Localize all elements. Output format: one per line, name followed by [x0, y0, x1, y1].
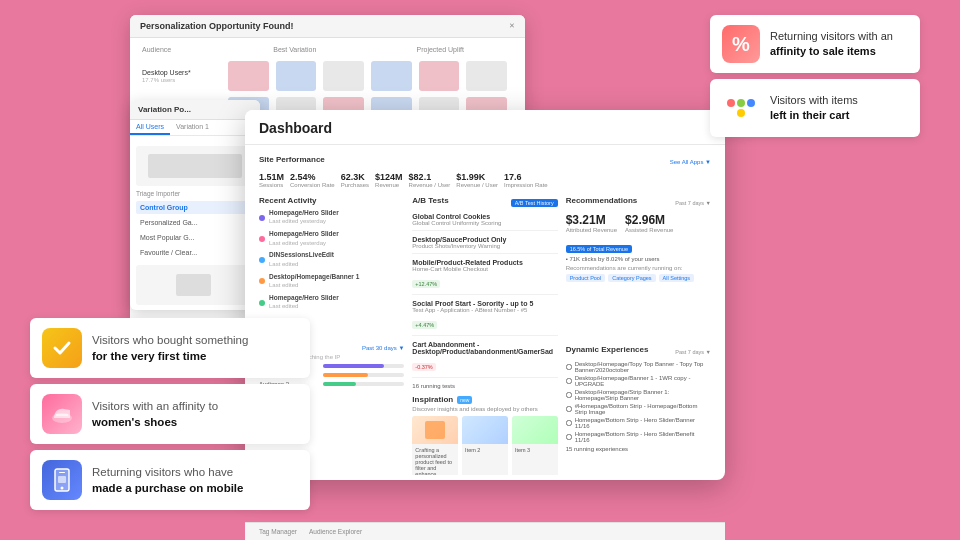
tab-variation1[interactable]: Variation 1 — [170, 120, 215, 135]
exp-item: Desktop/Homepage/Strip Banner 1: Homepag… — [566, 389, 711, 401]
table-row: Desktop Users*17.7% users — [138, 59, 517, 93]
exp-checkbox[interactable] — [566, 434, 572, 440]
col-audience: Audience — [142, 46, 222, 53]
dashboard-title: Dashboard — [259, 120, 711, 136]
activity-dot — [259, 300, 265, 306]
control-group-label: Control Group — [136, 309, 254, 310]
recommendations-section: Recommendations Past 7 days ▼ $3.21M Att… — [566, 196, 711, 337]
bg-panel-close[interactable]: ✕ — [509, 22, 515, 30]
past-30-days[interactable]: Past 30 days ▼ — [362, 345, 404, 351]
inspiration-title: Inspiration — [412, 395, 453, 404]
metric-purchases: 62.3K Purchases — [341, 172, 369, 188]
checkmark-icon — [42, 328, 82, 368]
new-badge: new — [457, 396, 472, 404]
ab-item: Desktop/SauceProduct Only Product Shots/… — [412, 236, 557, 254]
ab-tests-section: A/B Tests A/B Test History Global Contro… — [412, 196, 557, 475]
dyn-running: 15 running experiences — [566, 446, 711, 452]
see-all-apps[interactable]: See All Apps ▼ — [670, 159, 711, 165]
rec-tag[interactable]: All Settings — [659, 274, 695, 282]
dynamic-experiences-section: Dynamic Experiences Past 7 days ▼ Deskto… — [566, 345, 711, 475]
variation-panel: Variation Po... All Users Variation 1 Tr… — [130, 100, 260, 310]
activity-dot — [259, 215, 265, 221]
insp-item: Crafting a personalized product feed to … — [412, 416, 458, 475]
activity-item: Homepage/Hero SliderLast edited yesterda… — [259, 209, 404, 226]
exp-item: Desktop/Homepage/Topy Top Banner - Topy … — [566, 361, 711, 373]
ab-badge: +4.47% — [412, 321, 437, 329]
dots-icon — [722, 89, 760, 127]
svg-rect-3 — [59, 472, 65, 473]
activity-dot — [259, 257, 265, 263]
svg-rect-4 — [58, 476, 66, 483]
footer-nav: Tag Manager Audience Explorer — [245, 522, 725, 540]
cart-items-text: Visitors with items left in their cart — [770, 93, 858, 124]
activity-item: DINSessionsLiveEditLast edited — [259, 251, 404, 268]
rec-metrics: $3.21M Attributed Revenue $2.96M Assiste… — [566, 213, 711, 233]
rec-users: • 71K clicks by 8.02% of your users — [566, 256, 711, 262]
perf-metrics: 1.51M Sessions 2.54% Conversion Rate 62.… — [259, 172, 711, 188]
left-cards-container: Visitors who bought something for the ve… — [30, 318, 310, 510]
rec-tags: Product Pool Category Pages All Settings — [566, 274, 711, 282]
exp-checkbox[interactable] — [566, 378, 572, 384]
metric-impression: 17.6 Impression Rate — [504, 172, 548, 188]
var-item-personalized[interactable]: Personalized Ga... — [136, 216, 254, 229]
site-perf-title: Site Performance — [259, 155, 325, 164]
metric-conversion: 2.54% Conversion Rate — [290, 172, 335, 188]
col-variation: Best Variation — [222, 46, 368, 53]
rec-total-badge: 16.5% of Total Revenue — [566, 245, 632, 253]
mobile-purchase-card[interactable]: Returning visitors who have made a purch… — [30, 450, 310, 510]
inspiration-section: Inspiration new Discover insights and id… — [412, 395, 557, 475]
sale-affinity-card[interactable]: % Returning visitors with an affinity to… — [710, 15, 920, 73]
rec-running: Recommendations are currently running on… — [566, 265, 711, 271]
dynamic-exp-title: Dynamic Experiences — [566, 345, 649, 354]
ab-item: Mobile/Product-Related Products Home-Car… — [412, 259, 557, 295]
col-uplift: Projected Uplift — [368, 46, 514, 53]
variation-preview-2 — [136, 265, 254, 305]
rec-tag[interactable]: Category Pages — [608, 274, 655, 282]
cart-items-card[interactable]: Visitors with items left in their cart — [710, 79, 920, 137]
tab-all-users[interactable]: All Users — [130, 120, 170, 135]
table-header: Audience Best Variation Projected Uplift — [138, 46, 517, 53]
right-cards-container: % Returning visitors with an affinity to… — [710, 15, 920, 137]
first-purchase-card[interactable]: Visitors who bought something for the ve… — [30, 318, 310, 378]
exp-checkbox[interactable] — [566, 364, 572, 370]
var-item-popular[interactable]: Most Popular G... — [136, 231, 254, 244]
ab-test-history-btn[interactable]: A/B Test History — [511, 199, 558, 207]
first-purchase-text: Visitors who bought something for the ve… — [92, 332, 248, 364]
var-item-control[interactable]: Control Group — [136, 201, 254, 214]
sale-affinity-text: Returning visitors with an affinity to s… — [770, 29, 893, 60]
bg-panel-title: Personalization Opportunity Found! — [140, 21, 294, 31]
ab-item: Cart Abandonment - Desktop/Product/aband… — [412, 341, 557, 378]
variation-tabs[interactable]: All Users Variation 1 — [130, 120, 260, 136]
rec-assisted: $2.96M Assisted Revenue — [625, 213, 673, 233]
womens-shoes-text: Visitors with an affinity to women's sho… — [92, 398, 218, 430]
rec-tag[interactable]: Product Pool — [566, 274, 606, 282]
exp-item: #Homepage/Bottom Strip - Homepage/Bottom… — [566, 403, 711, 415]
footer-audience-explorer[interactable]: Audience Explorer — [309, 528, 362, 535]
rec-period: Past 7 days ▼ — [675, 200, 711, 206]
ab-tests-title: A/B Tests — [412, 196, 448, 205]
rec-title: Recommendations — [566, 196, 638, 205]
ab-badge-neg: -0.37% — [412, 363, 435, 371]
activity-item: Homepage/Hero SliderLast edited yesterda… — [259, 230, 404, 247]
var-item-favourite[interactable]: Favourite / Clear... — [136, 246, 254, 259]
womens-shoes-card[interactable]: Visitors with an affinity to women's sho… — [30, 384, 310, 444]
insp-item: Item 2 — [462, 416, 508, 475]
activity-item: Desktop/Homepage/Banner 1Last edited — [259, 273, 404, 290]
running-tests: 16 running tests — [412, 383, 557, 389]
metric-aov: $1.99K Revenue / User — [456, 172, 498, 188]
exp-checkbox[interactable] — [566, 420, 572, 426]
exp-item: Desktop/Homepage/Banner 1 - 1WR copy - U… — [566, 375, 711, 387]
variation-preview — [136, 146, 254, 186]
inspiration-subtitle: Discover insights and ideas deployed by … — [412, 406, 557, 412]
insp-item: Item 3 — [512, 416, 558, 475]
exp-item: Homepage/Bottom Strip - Hero Slider/Bene… — [566, 431, 711, 443]
ab-item: Social Proof Start - Sorority - up to 5 … — [412, 300, 557, 336]
footer-tag-manager[interactable]: Tag Manager — [259, 528, 297, 535]
activity-item: Homepage/Hero SliderLast edited — [259, 294, 404, 311]
exp-checkbox[interactable] — [566, 406, 572, 412]
rec-attributed: $3.21M Attributed Revenue — [566, 213, 617, 233]
ab-badge: +12.47% — [412, 280, 440, 288]
variation-panel-title: Variation Po... — [130, 100, 260, 120]
main-dashboard-panel: Dashboard Site Performance See All Apps … — [245, 110, 725, 480]
exp-checkbox[interactable] — [566, 392, 572, 398]
